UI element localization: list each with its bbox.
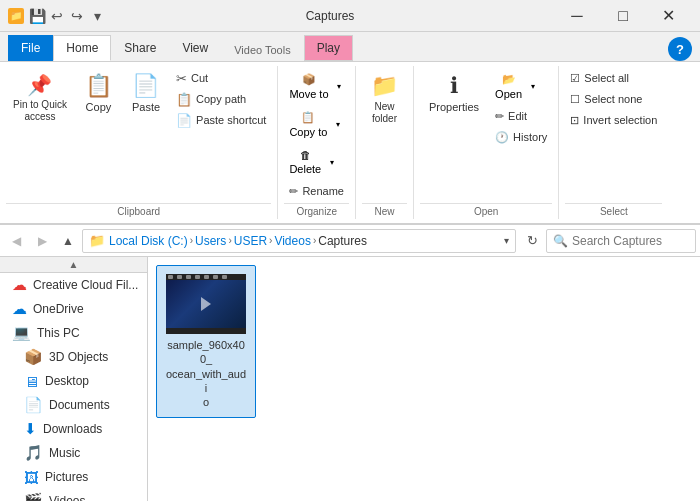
file-area[interactable]: sample_960x400_ocean_with_audio: [148, 257, 700, 501]
paste-shortcut-label: Paste shortcut: [196, 114, 266, 126]
sidebar-item-creative-cloud[interactable]: ☁ Creative Cloud Fil...: [0, 273, 147, 297]
move-to-dropdown[interactable]: ▾: [334, 68, 346, 105]
dropdown-icon[interactable]: ▾: [504, 235, 509, 246]
sidebar-label-documents: Documents: [49, 398, 110, 412]
tab-home[interactable]: Home: [53, 35, 111, 61]
downloads-icon: ⬇: [24, 420, 37, 438]
copy-to-label: Copy to: [289, 126, 327, 138]
open-icon: 📂: [502, 73, 516, 86]
back-button[interactable]: ◀: [4, 229, 28, 253]
sidebar-item-pictures[interactable]: 🖼 Pictures: [0, 465, 147, 489]
sidebar-scroll-up[interactable]: ▲: [0, 257, 147, 273]
sidebar-label-pictures: Pictures: [45, 470, 88, 484]
properties-button[interactable]: ℹ Properties: [420, 68, 488, 118]
cut-button[interactable]: ✂ Cut: [171, 68, 271, 88]
search-box[interactable]: 🔍: [546, 229, 696, 253]
customize-icon[interactable]: ▾: [88, 7, 106, 25]
forward-button[interactable]: ▶: [30, 229, 54, 253]
organize-buttons: 📦 Move to ▾ 📋 Copy to ▾ 🗑 Delete: [284, 68, 349, 201]
sidebar-item-documents[interactable]: 📄 Documents: [0, 393, 147, 417]
paste-icon: 📄: [132, 73, 159, 99]
delete-main[interactable]: 🗑 Delete: [284, 144, 326, 180]
open-label: Open: [495, 88, 522, 100]
pin-quick-access-button[interactable]: 📌 Pin to Quickaccess: [6, 68, 74, 128]
minimize-button[interactable]: ─: [554, 0, 600, 32]
move-to-button[interactable]: 📦 Move to ▾: [284, 68, 349, 105]
select-none-icon: ☐: [570, 93, 580, 106]
move-to-icon: 📦: [302, 73, 316, 86]
sidebar-label-videos: Videos: [49, 494, 85, 501]
invert-label: Invert selection: [583, 114, 657, 126]
edit-button[interactable]: ✏ Edit: [490, 106, 552, 126]
move-to-main[interactable]: 📦 Move to: [284, 68, 333, 105]
open-button[interactable]: 📂 Open ▾: [490, 68, 552, 105]
breadcrumb-user[interactable]: USER: [234, 234, 267, 248]
paste-button[interactable]: 📄 Paste: [123, 68, 169, 118]
open-small-buttons: 📂 Open ▾ ✏ Edit 🕐 History: [490, 68, 552, 147]
tab-file[interactable]: File: [8, 35, 53, 61]
sidebar-item-music[interactable]: 🎵 Music: [0, 441, 147, 465]
3d-objects-icon: 📦: [24, 348, 43, 366]
edit-label: Edit: [508, 110, 527, 122]
open-label: Open: [420, 203, 552, 219]
copy-path-button[interactable]: 📋 Copy path: [171, 89, 271, 109]
sidebar-item-videos[interactable]: 🎬 Videos: [0, 489, 147, 501]
copy-to-main[interactable]: 📋 Copy to: [284, 106, 332, 143]
open-dropdown[interactable]: ▾: [527, 68, 539, 105]
delete-dropdown[interactable]: ▾: [326, 144, 338, 180]
tab-share[interactable]: Share: [111, 35, 169, 61]
rename-label: Rename: [302, 185, 344, 197]
copy-label: Copy: [86, 101, 112, 113]
invert-selection-button[interactable]: ⊡ Invert selection: [565, 110, 662, 130]
desktop-icon: 🖥: [24, 373, 39, 390]
help-button[interactable]: ?: [668, 37, 692, 61]
sidebar-label-this-pc: This PC: [37, 326, 80, 340]
sidebar-item-3d-objects[interactable]: 📦 3D Objects: [0, 345, 147, 369]
copy-to-button[interactable]: 📋 Copy to ▾: [284, 106, 349, 143]
select-all-label: Select all: [584, 72, 629, 84]
breadcrumb-users[interactable]: Users: [195, 234, 226, 248]
select-group-content: ☑ Select all ☐ Select none ⊡ Invert sele…: [565, 66, 662, 201]
open-group: ℹ Properties 📂 Open ▾ ✏ Edit 🕐 Hist: [414, 66, 559, 219]
move-to-label: Move to: [289, 88, 328, 100]
select-all-button[interactable]: ☑ Select all: [565, 68, 662, 88]
breadcrumb-local-disk[interactable]: Local Disk (C:): [109, 234, 188, 248]
open-main[interactable]: 📂 Open: [490, 68, 527, 105]
refresh-button[interactable]: ↻: [520, 229, 544, 253]
rename-button[interactable]: ✏ Rename: [284, 181, 349, 201]
save-icon[interactable]: 💾: [28, 7, 46, 25]
undo-icon[interactable]: ↩: [48, 7, 66, 25]
redo-icon[interactable]: ↪: [68, 7, 86, 25]
clipboard-label: Clipboard: [6, 203, 271, 219]
filmstrip-bottom: [166, 328, 246, 334]
tab-play[interactable]: Play: [304, 35, 353, 61]
sidebar-item-this-pc[interactable]: 💻 This PC: [0, 321, 147, 345]
address-bar[interactable]: 📁 Local Disk (C:) › Users › USER › Video…: [82, 229, 516, 253]
title-bar-left: 📁 💾 ↩ ↪ ▾: [8, 7, 106, 25]
file-item-video[interactable]: sample_960x400_ocean_with_audio: [156, 265, 256, 418]
up-button[interactable]: ▲: [56, 229, 80, 253]
breadcrumb-videos[interactable]: Videos: [274, 234, 310, 248]
paste-shortcut-button[interactable]: 📄 Paste shortcut: [171, 110, 271, 130]
pin-label: Pin to Quickaccess: [13, 99, 67, 123]
delete-button[interactable]: 🗑 Delete ▾: [284, 144, 349, 180]
maximize-button[interactable]: □: [600, 0, 646, 32]
sidebar-item-desktop[interactable]: 🖥 Desktop: [0, 369, 147, 393]
video-content: [166, 280, 246, 328]
select-none-button[interactable]: ☐ Select none: [565, 89, 662, 109]
cut-label: Cut: [191, 72, 208, 84]
close-button[interactable]: ✕: [646, 0, 692, 32]
sidebar-label-desktop: Desktop: [45, 374, 89, 388]
folder-icon-addr: 📁: [89, 233, 105, 248]
tab-view[interactable]: View: [169, 35, 221, 61]
new-folder-button[interactable]: 📁 Newfolder: [362, 68, 407, 130]
videos-icon: 🎬: [24, 492, 43, 501]
select-buttons: ☑ Select all ☐ Select none ⊡ Invert sele…: [565, 68, 662, 130]
copy-button[interactable]: 📋 Copy: [76, 68, 121, 118]
clipboard-group: 📌 Pin to Quickaccess 📋 Copy 📄 Paste ✂ Cu…: [0, 66, 278, 219]
search-input[interactable]: [572, 234, 689, 248]
copy-to-dropdown[interactable]: ▾: [332, 106, 344, 143]
history-button[interactable]: 🕐 History: [490, 127, 552, 147]
sidebar-item-downloads[interactable]: ⬇ Downloads: [0, 417, 147, 441]
sidebar-item-onedrive[interactable]: ☁ OneDrive: [0, 297, 147, 321]
